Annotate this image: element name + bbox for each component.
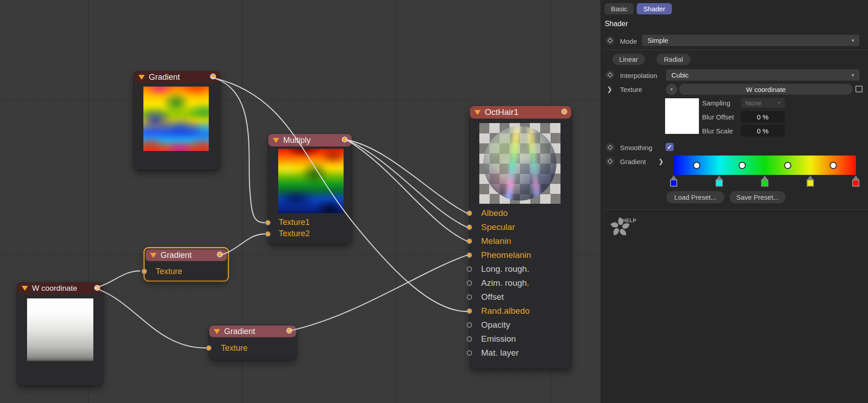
input-port-dot[interactable] — [467, 294, 472, 300]
wire-multiply-to-albedo — [346, 140, 467, 213]
expand-chevron-icon[interactable]: ❯ — [658, 158, 664, 165]
node-gradient-bottom[interactable]: Gradient Texture — [209, 325, 296, 360]
load-preset-button[interactable]: Load Preset... — [666, 191, 724, 203]
sampling-dropdown[interactable]: None ▼ — [741, 98, 785, 108]
input-port-dot[interactable] — [206, 345, 211, 351]
node-title: W coordinate — [32, 284, 77, 293]
shader-editor-window: Gradient Multiply Texture1 — [0, 0, 868, 403]
node-title-bar[interactable]: Gradient — [146, 249, 227, 261]
divider — [604, 50, 868, 50]
octhair-port-6[interactable]: Offset — [470, 290, 571, 304]
input-port-dot[interactable] — [467, 280, 472, 286]
node-multiply[interactable]: Multiply Texture1 Texture2 — [268, 134, 352, 244]
node-title-bar[interactable]: OctHair1 — [470, 106, 571, 119]
input-port-dot[interactable] — [265, 220, 271, 225]
sampling-label: Sampling — [702, 99, 730, 107]
octhair-port-2[interactable]: Melanin — [470, 234, 571, 248]
texture-preview-thumbnail[interactable] — [665, 98, 699, 134]
port-texture1[interactable]: Texture1 — [268, 217, 352, 228]
wire-wcoord-to-gradientbottom — [95, 288, 206, 348]
input-port-dot[interactable] — [265, 231, 271, 237]
output-port[interactable] — [561, 109, 567, 114]
output-port[interactable] — [94, 285, 100, 291]
node-title-bar[interactable]: Gradient — [134, 71, 220, 83]
collapse-triangle-icon[interactable] — [150, 253, 156, 258]
input-port-dot[interactable] — [467, 266, 472, 272]
smoothing-label: Smoothing — [620, 144, 652, 151]
node-graph-canvas[interactable]: Gradient Multiply Texture1 — [0, 0, 601, 403]
node-octhair1[interactable]: OctHair1 AlbedoSpecularMelaninPheomelani… — [470, 106, 571, 369]
node-title: Gradient — [161, 251, 192, 260]
input-port-dot[interactable] — [467, 336, 472, 342]
octhair-port-7[interactable]: Rand.albedo — [470, 304, 571, 318]
interpolation-dropdown[interactable]: Cubic ▼ — [666, 69, 859, 81]
blur-offset-input[interactable]: 0 % — [741, 111, 785, 123]
port-texture[interactable]: Texture — [145, 266, 228, 277]
help-label: HELP — [622, 218, 636, 223]
octhair-port-4[interactable]: Long. rough. — [470, 262, 571, 276]
collapse-triangle-icon[interactable] — [273, 138, 279, 143]
octhair-port-10[interactable]: Mat. layer — [470, 346, 571, 360]
blur-scale-input[interactable]: 0 % — [741, 125, 785, 137]
node-w-coordinate[interactable]: W coordinate — [17, 283, 103, 385]
gradient-bias-knot[interactable] — [830, 162, 837, 169]
save-preset-button[interactable]: Save Preset... — [730, 191, 785, 203]
collapse-triangle-icon[interactable] — [22, 286, 28, 291]
port-texture2[interactable]: Texture2 — [268, 228, 352, 239]
node-preview-thumbnail — [27, 298, 93, 362]
keyframe-diamond-icon[interactable] — [606, 70, 615, 79]
input-port-dot[interactable] — [467, 211, 472, 216]
node-gradient-top[interactable]: Gradient — [134, 71, 220, 170]
input-port-dot[interactable] — [467, 350, 472, 356]
mode-label: Mode — [620, 37, 637, 45]
tab-basic[interactable]: Basic — [605, 3, 634, 14]
browse-file-icon[interactable] — [855, 86, 863, 92]
node-title: Multiply — [283, 136, 311, 145]
tab-shader[interactable]: Shader — [637, 3, 672, 14]
mode-dropdown[interactable]: Simple ▼ — [642, 35, 859, 46]
keyframe-diamond-icon[interactable] — [606, 36, 615, 45]
input-port-dot[interactable] — [467, 252, 472, 258]
collapse-triangle-icon[interactable] — [214, 329, 220, 334]
expand-chevron-icon[interactable]: ❯ — [607, 86, 612, 93]
node-title-bar[interactable]: Multiply — [268, 134, 352, 147]
node-preview-thumbnail — [479, 123, 560, 204]
octhair-port-9[interactable]: Emission — [470, 332, 571, 346]
input-port-dot[interactable] — [467, 224, 472, 230]
gradient-bar[interactable] — [674, 156, 856, 175]
octhair-port-5[interactable]: Azim. rough. — [470, 276, 571, 290]
collapse-triangle-icon[interactable] — [138, 75, 145, 80]
linear-button[interactable]: Linear — [612, 54, 645, 65]
blur-offset-label: Blur Offset — [702, 113, 734, 121]
octhair-port-1[interactable]: Specular — [470, 220, 571, 234]
octhair-port-8[interactable]: Opacity — [470, 318, 571, 332]
input-port-dot[interactable] — [467, 238, 472, 244]
gradient-bias-knot[interactable] — [693, 162, 700, 169]
input-port-dot[interactable] — [467, 308, 472, 314]
gradient-bias-knot[interactable] — [784, 162, 791, 169]
smoothing-checkbox[interactable]: ✓ — [666, 143, 674, 151]
node-gradient-selected[interactable]: Gradient Texture — [143, 247, 229, 282]
wire-multiply-to-specular — [346, 140, 467, 227]
input-port-dot[interactable] — [142, 269, 147, 274]
output-port[interactable] — [286, 328, 292, 334]
output-port[interactable] — [210, 73, 216, 79]
octhair-port-3[interactable]: Pheomelanin — [470, 248, 571, 262]
collapse-triangle-icon[interactable] — [474, 110, 481, 115]
keyframe-diamond-icon[interactable] — [606, 143, 615, 152]
gradient-bias-knot[interactable] — [739, 162, 746, 169]
input-port-dot[interactable] — [467, 322, 472, 328]
radial-button[interactable]: Radial — [657, 54, 690, 65]
output-port[interactable] — [217, 252, 223, 257]
port-texture[interactable]: Texture — [209, 342, 296, 354]
keyframe-diamond-icon[interactable] — [606, 157, 615, 166]
attributes-panel: Basic Shader Shader Mode Simple ▼ Linear… — [601, 0, 868, 403]
octhair-port-0[interactable]: Albedo — [470, 206, 571, 220]
node-title-bar[interactable]: Gradient — [209, 325, 296, 337]
texture-link-field[interactable]: W coordinate — [679, 84, 853, 95]
texture-menu-button[interactable]: ▼ — [666, 84, 677, 95]
output-port[interactable] — [342, 137, 348, 142]
gradient-label: Gradient — [620, 158, 646, 165]
help-button[interactable]: HELP — [608, 215, 644, 243]
node-title-bar[interactable]: W coordinate — [17, 283, 103, 294]
